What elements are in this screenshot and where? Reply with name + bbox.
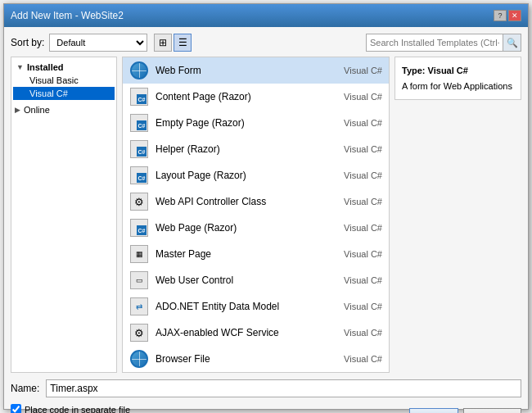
search-box: 🔍 <box>366 34 521 52</box>
online-arrow: ▶ <box>15 106 20 114</box>
layout-page-icon: C# <box>129 166 149 185</box>
template-name-empty-page: Empty Page (Razor) <box>156 117 333 129</box>
template-lang-empty-page: Visual C# <box>333 118 382 128</box>
web-api-icon: ⚙ <box>129 192 149 211</box>
titlebar: Add New Item - WebSite2 ? ✕ <box>4 4 528 27</box>
installed-arrow: ▼ <box>16 63 24 71</box>
titlebar-buttons: ? ✕ <box>494 10 521 21</box>
info-type: Type: Visual C# <box>402 64 514 78</box>
name-label: Name: <box>11 383 39 394</box>
template-name-adonet: ADO.NET Entity Data Model <box>156 301 333 312</box>
template-name-web-api: Web API Controller Class <box>156 196 333 207</box>
name-row: Name: <box>11 379 521 397</box>
template-item-content-page[interactable]: C# Content Page (Razor) Visual C# <box>123 84 389 110</box>
help-button[interactable]: ? <box>494 10 507 21</box>
user-control-icon: ▭ <box>129 270 149 290</box>
dialog-body: Sort by: Default Name Type ⊞ ☰ 🔍 ▼ <box>4 27 528 413</box>
template-lang-browser-file: Visual C# <box>333 354 382 364</box>
dialog-title: Add New Item - WebSite2 <box>11 10 124 21</box>
template-name-user-control: Web User Control <box>156 275 333 286</box>
template-item-adonet[interactable]: ⇄ ADO.NET Entity Data Model Visual C# <box>123 293 389 320</box>
template-lang-wcf: Visual C# <box>333 328 382 338</box>
template-item-empty-page[interactable]: C# Empty Page (Razor) Visual C# <box>123 110 389 136</box>
top-toolbar: Sort by: Default Name Type ⊞ ☰ 🔍 <box>11 34 521 52</box>
template-item-web-page[interactable]: C# Web Page (Razor) Visual C# <box>123 215 389 241</box>
template-name-wcf: AJAX-enabled WCF Service <box>156 327 333 338</box>
template-lang-helper: Visual C# <box>333 144 382 154</box>
place-code-checkbox[interactable] <box>11 404 21 413</box>
helper-icon: C# <box>129 139 149 159</box>
template-item-browser-file[interactable]: Browser File Visual C# <box>123 346 389 372</box>
template-lang-master-page: Visual C# <box>333 249 382 259</box>
content-page-icon: C# <box>129 87 149 107</box>
grid-view-button[interactable]: ⊞ <box>154 34 172 52</box>
adonet-icon: ⇄ <box>129 297 149 316</box>
template-lang-layout-page: Visual C# <box>333 170 382 180</box>
web-page-icon: C# <box>129 218 149 238</box>
sidebar-item-online[interactable]: ▶ Online <box>11 103 116 116</box>
cancel-button[interactable]: Cancel <box>463 408 521 413</box>
template-item-master-page[interactable]: ▦ Master Page Visual C# <box>123 241 389 267</box>
action-buttons: Add Cancel <box>409 408 521 413</box>
master-page-icon: ▦ <box>129 244 149 264</box>
template-item-web-api[interactable]: ⚙ Web API Controller Class Visual C# <box>123 188 389 215</box>
template-lang-web-page: Visual C# <box>333 223 382 233</box>
template-lang-web-form: Visual C# <box>333 66 382 75</box>
close-button[interactable]: ✕ <box>508 10 521 21</box>
installed-header[interactable]: ▼ Installed <box>13 61 115 74</box>
template-lang-user-control: Visual C# <box>333 275 382 285</box>
left-panel-tree: ▼ Installed Visual Basic Visual C# ▶ Onl… <box>11 57 117 373</box>
template-lang-content-page: Visual C# <box>333 92 382 102</box>
installed-label: Installed <box>27 62 64 72</box>
installed-section: ▼ Installed Visual Basic Visual C# <box>11 57 116 103</box>
template-item-layout-page[interactable]: C# Layout Page (Razor) Visual C# <box>123 162 389 188</box>
templates-list: Web Form Visual C# C# Content Page (Razo… <box>123 57 389 372</box>
template-name-layout-page: Layout Page (Razor) <box>156 170 333 181</box>
template-name-helper: Helper (Razor) <box>156 143 333 155</box>
main-content: ▼ Installed Visual Basic Visual C# ▶ Onl… <box>11 57 521 373</box>
add-button[interactable]: Add <box>409 408 458 413</box>
right-panel-info: Type: Visual C# A form for Web Applicati… <box>394 57 521 373</box>
info-description: A form for Web Applications <box>402 79 514 93</box>
template-lang-adonet: Visual C# <box>333 302 382 311</box>
web-form-icon <box>129 61 149 80</box>
template-name-web-form: Web Form <box>156 65 333 76</box>
search-input[interactable] <box>367 36 503 49</box>
template-name-web-page: Web Page (Razor) <box>156 222 333 234</box>
info-box: Type: Visual C# A form for Web Applicati… <box>394 57 521 100</box>
sort-label: Sort by: <box>11 37 44 48</box>
browser-file-icon <box>129 349 149 369</box>
template-lang-web-api: Visual C# <box>333 197 382 206</box>
view-toggle: ⊞ ☰ <box>154 34 192 52</box>
template-item-wcf[interactable]: ⚙ AJAX-enabled WCF Service Visual C# <box>123 320 389 346</box>
template-item-web-form[interactable]: Web Form Visual C# <box>123 57 389 84</box>
sort-select[interactable]: Default Name Type <box>49 34 147 52</box>
checkbox-group: Place code in separate file Select maste… <box>11 404 130 413</box>
sidebar-item-visual-basic[interactable]: Visual Basic <box>13 74 115 87</box>
place-code-label: Place code in separate file <box>25 405 130 414</box>
name-input[interactable] <box>46 379 521 397</box>
template-item-user-control[interactable]: ▭ Web User Control Visual C# <box>123 267 389 293</box>
online-label: Online <box>24 105 50 115</box>
empty-page-icon: C# <box>129 113 149 133</box>
list-view-button[interactable]: ☰ <box>174 34 192 52</box>
center-panel-templates: Web Form Visual C# C# Content Page (Razo… <box>122 57 390 373</box>
template-name-browser-file: Browser File <box>156 353 333 365</box>
template-name-content-page: Content Page (Razor) <box>156 91 333 102</box>
wcf-icon: ⚙ <box>129 323 149 343</box>
sidebar-item-visual-csharp[interactable]: Visual C# <box>13 87 115 100</box>
template-item-helper[interactable]: C# Helper (Razor) Visual C# <box>123 136 389 162</box>
place-code-row: Place code in separate file <box>11 404 130 413</box>
search-icon[interactable]: 🔍 <box>503 34 521 51</box>
template-name-master-page: Master Page <box>156 248 333 260</box>
add-new-item-dialog: Add New Item - WebSite2 ? ✕ Sort by: Def… <box>3 3 529 410</box>
